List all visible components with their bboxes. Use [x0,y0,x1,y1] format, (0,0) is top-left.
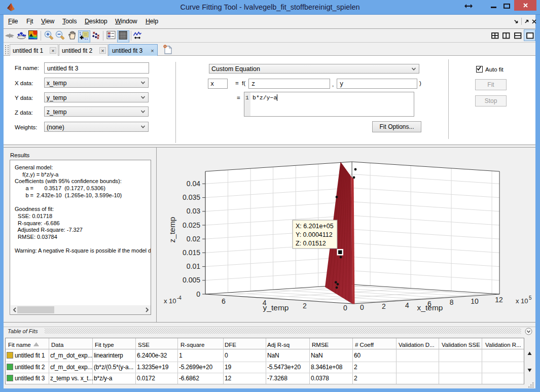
svg-text:0.04: 0.04 [187,180,200,188]
svg-text:12: 12 [495,296,503,304]
svg-text:X: 6.201e+05: X: 6.201e+05 [296,223,334,230]
svg-text:0: 0 [343,304,347,312]
svg-text:0.015: 0.015 [183,248,200,257]
svg-text:-4: -4 [177,295,182,301]
svg-text:5: 5 [529,295,532,301]
svg-text:6: 6 [222,297,226,305]
svg-text:2: 2 [382,302,386,310]
svg-text:0: 0 [360,303,364,311]
svg-text:z_temp: z_temp [168,217,176,243]
svg-text:2: 2 [303,302,307,310]
svg-text:Y: 0.0004112: Y: 0.0004112 [296,231,333,238]
svg-text:0.005: 0.005 [183,276,200,284]
svg-text:x_temp: x_temp [417,303,443,312]
svg-text:y_temp: y_temp [263,303,289,312]
svg-text:x 10: x 10 [516,297,528,305]
svg-text:Z: 0.01512: Z: 0.01512 [296,240,326,247]
svg-text:0.035: 0.035 [183,193,200,201]
svg-text:0.01: 0.01 [187,262,200,270]
svg-text:10: 10 [471,297,479,305]
svg-text:4: 4 [405,301,409,309]
svg-text:0.02: 0.02 [187,235,200,243]
svg-text:0.03: 0.03 [187,207,200,215]
svg-text:0: 0 [196,290,200,298]
svg-text:0.025: 0.025 [183,221,200,229]
svg-text:x 10: x 10 [164,297,176,305]
svg-text:8: 8 [450,298,454,306]
